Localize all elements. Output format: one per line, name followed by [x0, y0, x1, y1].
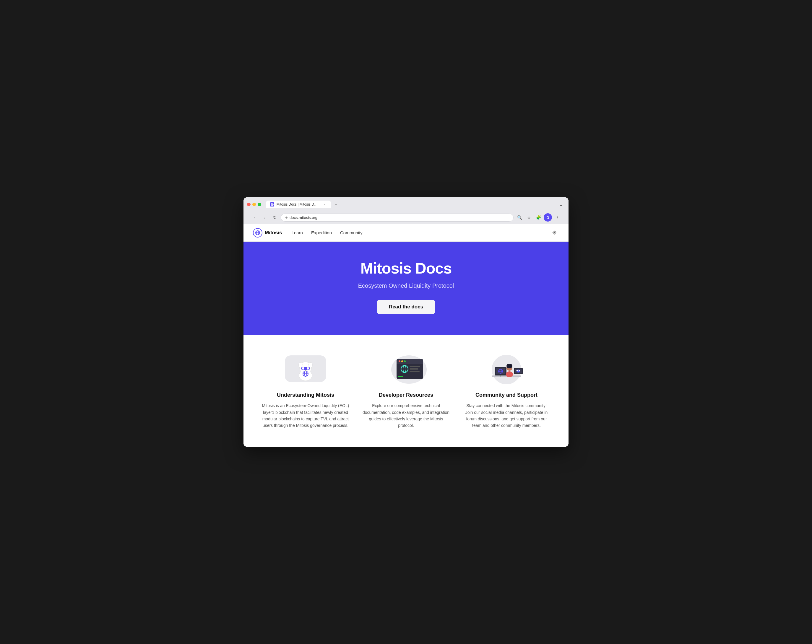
feature-title-community: Community and Support: [475, 392, 537, 398]
browser-window: Mitosis Docs | Mitosis Docs × + ⌄ ‹ › ↻ …: [243, 197, 569, 447]
logo-icon: [253, 228, 263, 238]
nav-community[interactable]: Community: [340, 230, 363, 235]
address-bar[interactable]: ⊕ docs.mitosis.org: [281, 214, 514, 221]
refresh-button[interactable]: ↻: [271, 213, 279, 221]
bookmark-icon[interactable]: ☆: [525, 213, 533, 221]
site-content: Mitosis Learn Expedition Community ☀ Mit…: [243, 224, 569, 447]
svg-point-12: [307, 367, 309, 369]
svg-point-40: [506, 371, 513, 377]
window-chevron[interactable]: ⌄: [557, 200, 565, 209]
browser-chrome: Mitosis Docs | Mitosis Docs × + ⌄ ‹ › ↻ …: [243, 197, 569, 224]
read-docs-button[interactable]: Read the docs: [377, 300, 435, 314]
svg-rect-27: [409, 366, 420, 367]
feature-title-understanding: Understanding Mitosis: [277, 392, 334, 398]
community-illustration: [483, 353, 530, 385]
developer-illustration: [385, 353, 427, 385]
feature-desc-understanding: Mitosis is an Ecosystem-Owned Liquidity …: [261, 402, 350, 429]
tab-close-button[interactable]: ×: [323, 202, 327, 206]
nav-learn[interactable]: Learn: [292, 230, 303, 235]
site-nav: Mitosis Learn Expedition Community ☀: [243, 224, 569, 242]
tab-title: Mitosis Docs | Mitosis Docs: [276, 202, 319, 206]
theme-toggle-button[interactable]: ☀: [549, 228, 559, 238]
understanding-illustration: [282, 353, 329, 385]
hero-subtitle: Ecosystem Owned Liquidity Protocol: [253, 282, 559, 289]
hero-section: Mitosis Docs Ecosystem Owned Liquidity P…: [243, 242, 569, 335]
new-tab-button[interactable]: +: [332, 201, 340, 208]
logo-text: Mitosis: [265, 230, 282, 236]
feature-title-developer: Developer Resources: [379, 392, 433, 398]
svg-point-45: [516, 370, 518, 371]
feature-card-understanding: Understanding Mitosis Mitosis is an Ecos…: [261, 353, 350, 429]
hero-title: Mitosis Docs: [253, 259, 559, 277]
tab-favicon: [270, 202, 274, 206]
svg-point-41: [507, 364, 512, 368]
svg-rect-20: [397, 361, 423, 364]
extensions-icon[interactable]: 🧩: [534, 213, 542, 221]
search-icon[interactable]: 🔍: [515, 213, 524, 221]
svg-point-22: [401, 360, 403, 362]
feature-desc-developer: Explore our comprehensive technical docu…: [362, 402, 450, 429]
browser-titlebar: Mitosis Docs | Mitosis Docs × + ⌄: [247, 200, 565, 209]
url-text: docs.mitosis.org: [290, 215, 509, 220]
svg-rect-28: [409, 368, 418, 369]
menu-icon[interactable]: ⋮: [553, 213, 562, 221]
security-icon: ⊕: [285, 216, 288, 220]
svg-point-16: [305, 370, 307, 371]
svg-point-21: [398, 360, 400, 362]
minimize-button[interactable]: [252, 203, 256, 206]
svg-rect-38: [500, 375, 501, 377]
svg-point-11: [302, 367, 304, 369]
features-section: Understanding Mitosis Mitosis is an Ecos…: [243, 335, 569, 447]
browser-toolbar: ‹ › ↻ ⊕ docs.mitosis.org 🔍 ☆ 🧩 D ⋮: [247, 211, 565, 224]
close-button[interactable]: [247, 203, 250, 206]
nav-links: Learn Expedition Community: [292, 230, 549, 235]
maximize-button[interactable]: [258, 203, 261, 206]
svg-rect-30: [398, 376, 403, 377]
nav-expedition[interactable]: Expedition: [311, 230, 332, 235]
feature-desc-community: Stay connected with the Mitosis communit…: [462, 402, 551, 429]
svg-point-23: [404, 360, 406, 362]
feature-card-community: Community and Support Stay connected wit…: [462, 353, 551, 429]
toolbar-actions: 🔍 ☆ 🧩 D ⋮: [515, 213, 562, 221]
profile-avatar[interactable]: D: [544, 213, 552, 221]
feature-card-developer: Developer Resources Explore our comprehe…: [362, 353, 450, 429]
svg-point-46: [519, 370, 520, 371]
forward-button[interactable]: ›: [261, 213, 269, 221]
svg-rect-29: [409, 371, 420, 372]
back-button[interactable]: ‹: [250, 213, 259, 221]
traffic-lights: [247, 203, 261, 206]
tab-bar: Mitosis Docs | Mitosis Docs × +: [266, 201, 557, 208]
active-tab[interactable]: Mitosis Docs | Mitosis Docs ×: [266, 201, 331, 208]
nav-logo[interactable]: Mitosis: [253, 228, 282, 238]
